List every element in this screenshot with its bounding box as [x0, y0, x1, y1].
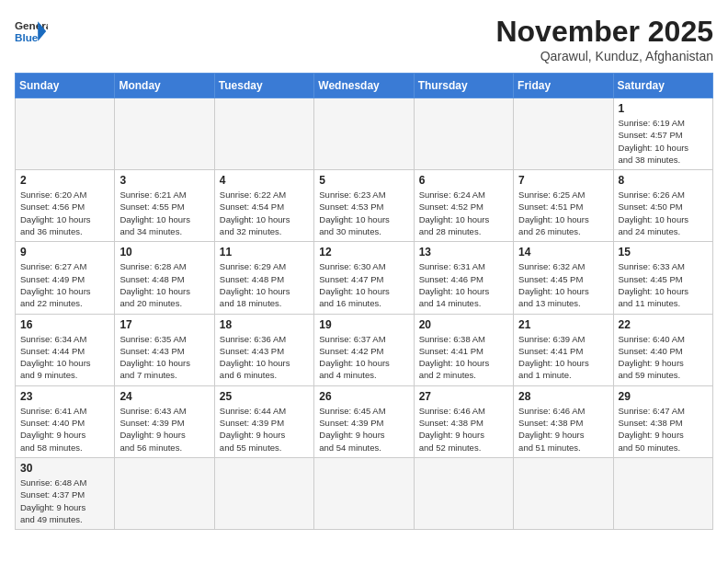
calendar-cell: 6Sunrise: 6:24 AM Sunset: 4:52 PM Daylig…	[414, 170, 513, 242]
calendar-cell	[414, 98, 513, 170]
calendar-cell: 26Sunrise: 6:45 AM Sunset: 4:39 PM Dayli…	[314, 385, 414, 457]
day-number: 18	[220, 318, 309, 331]
day-number: 24	[119, 390, 209, 403]
day-info: Sunrise: 6:40 AM Sunset: 4:40 PM Dayligh…	[619, 333, 708, 382]
day-number: 13	[419, 246, 508, 259]
day-info: Sunrise: 6:34 AM Sunset: 4:44 PM Dayligh…	[20, 333, 109, 382]
calendar-cell: 15Sunrise: 6:33 AM Sunset: 4:45 PM Dayli…	[613, 242, 712, 314]
calendar-cell: 20Sunrise: 6:38 AM Sunset: 4:41 PM Dayli…	[414, 314, 513, 385]
calendar-row-0: 1Sunrise: 6:19 AM Sunset: 4:57 PM Daylig…	[16, 98, 713, 170]
weekday-header-saturday: Saturday	[613, 74, 712, 98]
weekday-header-thursday: Thursday	[414, 74, 513, 98]
calendar-cell	[514, 98, 613, 170]
day-number: 4	[220, 174, 309, 187]
calendar-cell	[16, 98, 115, 170]
calendar-cell: 19Sunrise: 6:37 AM Sunset: 4:42 PM Dayli…	[314, 314, 414, 385]
day-number: 21	[518, 318, 608, 331]
calendar-cell: 21Sunrise: 6:39 AM Sunset: 4:41 PM Dayli…	[514, 314, 613, 385]
calendar-cell	[214, 457, 313, 529]
day-info: Sunrise: 6:39 AM Sunset: 4:41 PM Dayligh…	[518, 333, 608, 382]
calendar-row-2: 9Sunrise: 6:27 AM Sunset: 4:49 PM Daylig…	[16, 242, 713, 314]
day-number: 25	[220, 390, 309, 403]
calendar-cell: 8Sunrise: 6:26 AM Sunset: 4:50 PM Daylig…	[613, 170, 712, 242]
calendar-cell: 22Sunrise: 6:40 AM Sunset: 4:40 PM Dayli…	[613, 314, 712, 385]
calendar-cell: 5Sunrise: 6:23 AM Sunset: 4:53 PM Daylig…	[314, 170, 414, 242]
day-info: Sunrise: 6:45 AM Sunset: 4:39 PM Dayligh…	[319, 405, 408, 454]
calendar-cell: 28Sunrise: 6:46 AM Sunset: 4:38 PM Dayli…	[514, 385, 613, 457]
calendar-cell	[414, 457, 513, 529]
calendar-cell: 14Sunrise: 6:32 AM Sunset: 4:45 PM Dayli…	[514, 242, 613, 314]
day-number: 17	[119, 318, 209, 331]
calendar-cell	[314, 98, 414, 170]
day-number: 19	[319, 318, 408, 331]
day-info: Sunrise: 6:38 AM Sunset: 4:41 PM Dayligh…	[419, 333, 508, 382]
calendar-cell	[115, 457, 214, 529]
day-number: 15	[619, 246, 708, 259]
logo: General Blue	[15, 15, 48, 48]
calendar-cell: 9Sunrise: 6:27 AM Sunset: 4:49 PM Daylig…	[16, 242, 115, 314]
weekday-header-tuesday: Tuesday	[214, 74, 313, 98]
calendar-cell: 24Sunrise: 6:43 AM Sunset: 4:39 PM Dayli…	[115, 385, 214, 457]
calendar-cell: 16Sunrise: 6:34 AM Sunset: 4:44 PM Dayli…	[16, 314, 115, 385]
calendar-cell: 29Sunrise: 6:47 AM Sunset: 4:38 PM Dayli…	[613, 385, 712, 457]
weekday-header-monday: Monday	[115, 74, 214, 98]
day-info: Sunrise: 6:27 AM Sunset: 4:49 PM Dayligh…	[20, 260, 109, 309]
calendar: SundayMondayTuesdayWednesdayThursdayFrid…	[15, 73, 713, 530]
calendar-cell: 27Sunrise: 6:46 AM Sunset: 4:38 PM Dayli…	[414, 385, 513, 457]
day-info: Sunrise: 6:32 AM Sunset: 4:45 PM Dayligh…	[518, 260, 608, 309]
day-info: Sunrise: 6:41 AM Sunset: 4:40 PM Dayligh…	[20, 405, 109, 454]
weekday-header-friday: Friday	[514, 74, 613, 98]
day-info: Sunrise: 6:26 AM Sunset: 4:50 PM Dayligh…	[619, 189, 708, 237]
calendar-cell	[214, 98, 313, 170]
day-number: 30	[20, 462, 109, 475]
calendar-cell	[613, 457, 712, 529]
day-number: 1	[619, 102, 708, 115]
day-info: Sunrise: 6:31 AM Sunset: 4:46 PM Dayligh…	[419, 260, 508, 309]
calendar-cell: 7Sunrise: 6:25 AM Sunset: 4:51 PM Daylig…	[514, 170, 613, 242]
calendar-cell: 17Sunrise: 6:35 AM Sunset: 4:43 PM Dayli…	[115, 314, 214, 385]
day-info: Sunrise: 6:24 AM Sunset: 4:52 PM Dayligh…	[419, 189, 508, 237]
location: Qarawul, Kunduz, Afghanistan	[495, 49, 713, 63]
day-info: Sunrise: 6:47 AM Sunset: 4:38 PM Dayligh…	[619, 405, 708, 454]
calendar-row-4: 23Sunrise: 6:41 AM Sunset: 4:40 PM Dayli…	[16, 385, 713, 457]
weekday-header-sunday: Sunday	[16, 74, 115, 98]
calendar-cell: 4Sunrise: 6:22 AM Sunset: 4:54 PM Daylig…	[214, 170, 313, 242]
svg-text:Blue: Blue	[15, 31, 39, 43]
title-area: November 2025 Qarawul, Kunduz, Afghanist…	[495, 15, 713, 63]
day-info: Sunrise: 6:22 AM Sunset: 4:54 PM Dayligh…	[220, 189, 309, 237]
calendar-cell: 2Sunrise: 6:20 AM Sunset: 4:56 PM Daylig…	[16, 170, 115, 242]
calendar-cell: 1Sunrise: 6:19 AM Sunset: 4:57 PM Daylig…	[613, 98, 712, 170]
day-info: Sunrise: 6:33 AM Sunset: 4:45 PM Dayligh…	[619, 260, 708, 309]
day-info: Sunrise: 6:36 AM Sunset: 4:43 PM Dayligh…	[220, 333, 309, 382]
weekday-header-wednesday: Wednesday	[314, 74, 414, 98]
month-title: November 2025	[495, 15, 713, 49]
day-number: 7	[518, 174, 608, 187]
day-info: Sunrise: 6:46 AM Sunset: 4:38 PM Dayligh…	[518, 405, 608, 454]
calendar-row-5: 30Sunrise: 6:48 AM Sunset: 4:37 PM Dayli…	[16, 457, 713, 529]
calendar-cell: 23Sunrise: 6:41 AM Sunset: 4:40 PM Dayli…	[16, 385, 115, 457]
day-info: Sunrise: 6:25 AM Sunset: 4:51 PM Dayligh…	[518, 189, 608, 237]
day-number: 28	[518, 390, 608, 403]
day-number: 14	[518, 246, 608, 259]
calendar-row-1: 2Sunrise: 6:20 AM Sunset: 4:56 PM Daylig…	[16, 170, 713, 242]
calendar-row-3: 16Sunrise: 6:34 AM Sunset: 4:44 PM Dayli…	[16, 314, 713, 385]
day-number: 2	[20, 174, 109, 187]
day-number: 27	[419, 390, 508, 403]
day-number: 10	[119, 246, 209, 259]
day-number: 11	[220, 246, 309, 259]
calendar-cell: 3Sunrise: 6:21 AM Sunset: 4:55 PM Daylig…	[115, 170, 214, 242]
calendar-cell: 12Sunrise: 6:30 AM Sunset: 4:47 PM Dayli…	[314, 242, 414, 314]
weekday-header-row: SundayMondayTuesdayWednesdayThursdayFrid…	[16, 74, 713, 98]
day-number: 22	[619, 318, 708, 331]
calendar-cell: 13Sunrise: 6:31 AM Sunset: 4:46 PM Dayli…	[414, 242, 513, 314]
day-number: 6	[419, 174, 508, 187]
header: General Blue November 2025 Qarawul, Kund…	[15, 15, 713, 63]
day-number: 20	[419, 318, 508, 331]
day-number: 26	[319, 390, 408, 403]
day-info: Sunrise: 6:44 AM Sunset: 4:39 PM Dayligh…	[220, 405, 309, 454]
logo-icon: General Blue	[15, 15, 48, 48]
calendar-cell	[314, 457, 414, 529]
calendar-cell	[514, 457, 613, 529]
calendar-cell: 11Sunrise: 6:29 AM Sunset: 4:48 PM Dayli…	[214, 242, 313, 314]
calendar-cell: 30Sunrise: 6:48 AM Sunset: 4:37 PM Dayli…	[16, 457, 115, 529]
